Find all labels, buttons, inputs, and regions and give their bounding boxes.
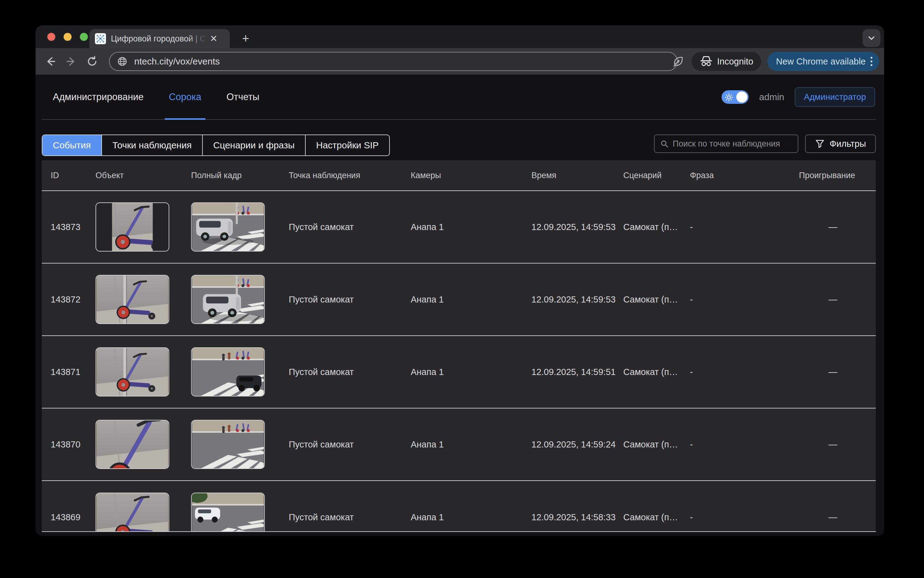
nav-item-reports[interactable]: Отчеты xyxy=(226,75,259,119)
table-row: 143871 xyxy=(42,336,876,409)
role-button[interactable]: Администратор xyxy=(795,87,875,107)
cell-observation-point: Пустой самокат xyxy=(289,222,411,232)
cell-observation-point: Пустой самокат xyxy=(289,294,411,305)
cell-time: 12.09.2025, 14:58:33 xyxy=(531,512,623,523)
col-header-observation-point: Точка наблюдения xyxy=(289,171,411,180)
cell-observation-point: Пустой самокат xyxy=(289,367,411,377)
cell-full-frame xyxy=(191,420,289,469)
cell-id: 143871 xyxy=(42,367,96,377)
window-controls xyxy=(47,33,88,41)
cell-phrase: - xyxy=(690,440,799,450)
forward-button[interactable] xyxy=(65,55,77,68)
cell-scenario: Самокат (п… xyxy=(623,367,690,377)
cell-playback: — xyxy=(799,367,876,377)
cell-phrase: - xyxy=(690,367,799,377)
table-row: 143869 xyxy=(42,481,876,532)
cell-playback: — xyxy=(799,294,876,305)
reload-button[interactable] xyxy=(86,55,98,68)
zoom-window-button[interactable] xyxy=(80,33,88,41)
col-header-phrase: Фраза xyxy=(690,171,799,180)
cell-object xyxy=(96,347,191,396)
search-input[interactable] xyxy=(673,139,792,149)
browser-window: Цифровой городовой | Собы ✕ + xyxy=(36,26,884,536)
incognito-badge: Incognito xyxy=(692,52,762,71)
address-bar[interactable]: ntech.city/vox/events xyxy=(109,52,678,71)
browser-toolbar: ntech.city/vox/events Incognito New Chr xyxy=(36,48,884,75)
cell-object xyxy=(96,493,191,532)
url-text: ntech.city/vox/events xyxy=(134,56,220,67)
cell-playback: — xyxy=(799,512,876,523)
tab-scenarios-phrases[interactable]: Сценарии и фразы xyxy=(203,135,306,156)
cell-observation-point: Пустой самокат xyxy=(289,512,411,523)
browser-tab-strip: Цифровой городовой | Собы ✕ + xyxy=(36,26,884,48)
events-table: ID Объект Полный кадр Точка наблюдения К… xyxy=(42,160,876,532)
theme-toggle[interactable] xyxy=(721,90,749,104)
cell-cameras: Анапа 1 xyxy=(411,294,531,305)
cell-object xyxy=(96,275,191,324)
minimize-window-button[interactable] xyxy=(63,33,71,41)
frame-thumbnail[interactable] xyxy=(191,347,265,396)
search-box xyxy=(654,135,798,153)
section-tabs: События Точки наблюдения Сценарии и фраз… xyxy=(42,135,390,156)
tab-events[interactable]: События xyxy=(42,135,102,156)
object-thumbnail[interactable] xyxy=(96,275,169,324)
sun-icon xyxy=(725,93,733,102)
cell-scenario: Самокат (п… xyxy=(623,512,690,523)
tab-sip-settings[interactable]: Настройки SIP xyxy=(306,135,389,156)
col-header-cameras: Камеры xyxy=(411,171,531,180)
object-thumbnail[interactable] xyxy=(96,493,169,532)
username-label: admin xyxy=(759,92,784,102)
search-icon xyxy=(660,139,668,148)
table-row: 143870 xyxy=(42,409,876,481)
col-header-object: Объект xyxy=(96,171,191,180)
incognito-icon xyxy=(700,55,713,68)
chrome-update-button[interactable]: New Chrome available xyxy=(767,52,879,71)
section-tabs-bar: События Точки наблюдения Сценарии и фраз… xyxy=(42,135,876,156)
tab-close-icon[interactable]: ✕ xyxy=(210,34,218,43)
frame-thumbnail[interactable] xyxy=(191,275,265,324)
object-thumbnail[interactable] xyxy=(96,202,169,252)
cell-phrase: - xyxy=(690,222,799,232)
browser-menu-icon[interactable] xyxy=(870,57,872,66)
cell-observation-point: Пустой самокат xyxy=(289,440,411,450)
cell-id: 143872 xyxy=(42,294,96,305)
cell-phrase: - xyxy=(690,512,799,523)
globe-icon xyxy=(117,55,128,67)
col-header-full-frame: Полный кадр xyxy=(191,171,289,180)
energy-saver-icon[interactable] xyxy=(671,54,685,68)
incognito-label: Incognito xyxy=(717,57,753,67)
nav-item-administration[interactable]: Администрирование xyxy=(53,75,144,119)
cell-time: 12.09.2025, 14:59:53 xyxy=(531,222,623,232)
filters-label: Фильтры xyxy=(830,139,866,149)
tab-title: Цифровой городовой | Собы xyxy=(111,34,206,44)
cell-full-frame xyxy=(191,275,289,324)
tab-observation-points[interactable]: Точки наблюдения xyxy=(102,135,203,156)
table-header: ID Объект Полный кадр Точка наблюдения К… xyxy=(42,160,876,191)
object-thumbnail[interactable] xyxy=(96,420,169,469)
back-button[interactable] xyxy=(44,55,57,68)
frame-thumbnail[interactable] xyxy=(191,420,265,469)
tab-search-button[interactable] xyxy=(862,29,880,47)
col-header-id: ID xyxy=(42,171,96,180)
cell-time: 12.09.2025, 14:59:51 xyxy=(531,367,623,377)
cell-cameras: Анапа 1 xyxy=(411,367,531,377)
filter-icon xyxy=(815,139,825,149)
app-navbar: Администрирование Сорока Отчеты xyxy=(42,75,876,120)
object-thumbnail[interactable] xyxy=(96,347,169,396)
browser-tab[interactable]: Цифровой городовой | Собы ✕ xyxy=(89,29,230,48)
frame-thumbnail[interactable] xyxy=(191,202,265,252)
cell-time: 12.09.2025, 14:59:24 xyxy=(531,440,623,450)
cell-cameras: Анапа 1 xyxy=(411,512,531,523)
cell-scenario: Самокат (п… xyxy=(623,222,690,232)
new-tab-button[interactable]: + xyxy=(242,32,249,45)
table-row: 143873 xyxy=(42,191,876,263)
frame-thumbnail[interactable] xyxy=(191,493,265,532)
col-header-scenario: Сценарий xyxy=(623,171,690,180)
cell-cameras: Анапа 1 xyxy=(411,440,531,450)
cell-scenario: Самокат (п… xyxy=(623,440,690,450)
col-header-playback: Проигрывание xyxy=(799,171,876,180)
filters-button[interactable]: Фильтры xyxy=(805,135,876,153)
nav-item-soroka[interactable]: Сорока xyxy=(169,75,201,119)
table-body: 143873 xyxy=(42,191,876,532)
close-window-button[interactable] xyxy=(47,33,55,41)
